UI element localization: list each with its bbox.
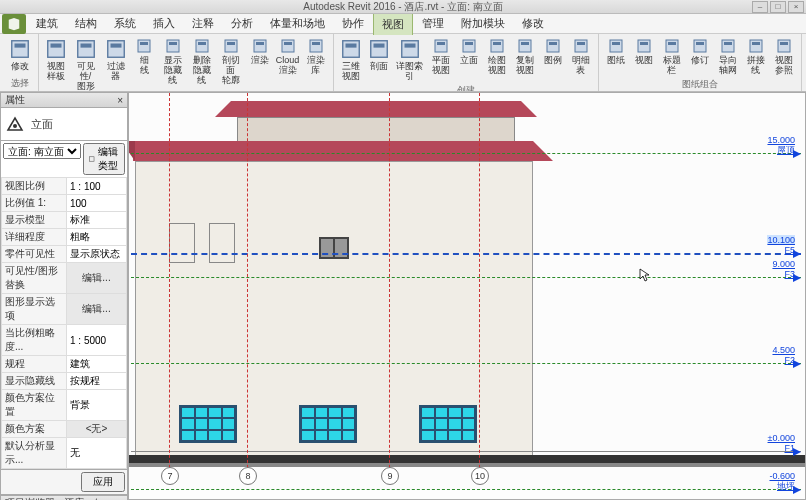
svg-rect-21: [312, 42, 320, 45]
apply-button[interactable]: 应用: [81, 472, 125, 492]
grid-bubble[interactable]: 9: [381, 467, 399, 485]
ribbon-btn[interactable]: 明细表: [568, 36, 594, 77]
ribbon-group-label: 选择: [6, 77, 34, 90]
max-button[interactable]: □: [770, 1, 786, 13]
properties-family[interactable]: 立面: [0, 108, 128, 141]
svg-rect-28: [435, 40, 447, 52]
property-input[interactable]: [70, 215, 123, 226]
grid-bubble[interactable]: 7: [161, 467, 179, 485]
ribbon-btn[interactable]: 修改: [6, 36, 34, 73]
menu-tab-2[interactable]: 系统: [106, 13, 144, 34]
min-button[interactable]: –: [752, 1, 768, 13]
svg-rect-37: [549, 42, 557, 45]
title-bar: Autodesk Revit 2016 - 酒店.rvt - 立面: 南立面 –…: [0, 0, 806, 14]
property-input[interactable]: [70, 400, 123, 411]
property-row[interactable]: 显示隐藏线: [2, 373, 127, 390]
svg-rect-40: [610, 40, 622, 52]
menu-tab-6[interactable]: 体量和场地: [262, 13, 333, 34]
ribbon-btn[interactable]: 视图参照: [771, 36, 797, 77]
menu-tab-7[interactable]: 协作: [334, 13, 372, 34]
grid-bubble[interactable]: 8: [239, 467, 257, 485]
grid-line[interactable]: 10: [479, 93, 480, 483]
property-input[interactable]: [70, 359, 123, 370]
property-row[interactable]: 默认分析显示...: [2, 438, 127, 469]
ribbon-btn[interactable]: Cloud渲染: [275, 36, 301, 77]
property-input[interactable]: [70, 198, 123, 209]
ribbon-btn[interactable]: 复制视图: [512, 36, 538, 77]
ribbon-icon: [488, 37, 506, 55]
app-menu-button[interactable]: [2, 14, 26, 34]
ribbon-btn[interactable]: 细线: [131, 36, 157, 77]
svg-rect-32: [491, 40, 503, 52]
ribbon-btn[interactable]: 视图: [631, 36, 657, 67]
ribbon-btn[interactable]: 显示隐藏线: [159, 36, 186, 87]
property-row[interactable]: 当比例粗略度...: [2, 325, 127, 356]
ribbon-btn[interactable]: 过滤器: [102, 36, 129, 83]
ribbon-btn[interactable]: 渲染库: [303, 36, 329, 77]
instance-selector[interactable]: 立面: 南立面: [3, 143, 81, 159]
property-input[interactable]: [70, 335, 123, 346]
properties-close-icon[interactable]: ×: [117, 95, 123, 106]
svg-rect-31: [465, 42, 473, 45]
svg-rect-14: [225, 40, 237, 52]
property-input[interactable]: [70, 376, 123, 387]
property-input[interactable]: [70, 181, 123, 192]
property-row[interactable]: 比例值 1:: [2, 195, 127, 212]
property-row[interactable]: 规程: [2, 356, 127, 373]
svg-rect-15: [227, 42, 235, 45]
property-row[interactable]: 详细程度: [2, 229, 127, 246]
property-row[interactable]: 可见性/图形替换编辑...: [2, 263, 127, 294]
ribbon-btn[interactable]: 修订: [687, 36, 713, 67]
ribbon-btn[interactable]: 剖面: [366, 36, 392, 73]
grid-line[interactable]: 9: [389, 93, 390, 483]
property-row[interactable]: 视图比例: [2, 178, 127, 195]
property-row[interactable]: 图形显示选项编辑...: [2, 294, 127, 325]
svg-rect-23: [345, 44, 356, 48]
svg-rect-38: [575, 40, 587, 52]
ribbon-btn[interactable]: 拼接线: [743, 36, 769, 77]
menu-tab-11[interactable]: 修改: [514, 13, 552, 34]
property-row[interactable]: 颜色方案<无>: [2, 421, 127, 438]
menu-tab-10[interactable]: 附加模块: [453, 13, 513, 34]
svg-rect-41: [612, 42, 620, 45]
property-input[interactable]: [70, 232, 123, 243]
ribbon-btn[interactable]: 绘图视图: [484, 36, 510, 77]
property-row[interactable]: 显示模型: [2, 212, 127, 229]
ribbon-btn[interactable]: 图例: [540, 36, 566, 67]
svg-rect-6: [108, 41, 125, 58]
grid-bubble[interactable]: 10: [471, 467, 489, 485]
ribbon-btn[interactable]: 立面: [456, 36, 482, 67]
property-row[interactable]: 零件可见性: [2, 246, 127, 263]
property-input[interactable]: [70, 448, 123, 459]
menu-tab-9[interactable]: 管理: [414, 13, 452, 34]
ribbon-btn[interactable]: 详图索引: [394, 36, 426, 83]
ribbon-btn[interactable]: 渲染: [247, 36, 273, 67]
menu-tab-0[interactable]: 建筑: [28, 13, 66, 34]
ribbon-btn[interactable]: 标题栏: [659, 36, 685, 77]
browser-title: 项目浏览器 - 酒店.rvt: [5, 496, 98, 500]
ribbon-btn[interactable]: 图纸: [603, 36, 629, 67]
ribbon-btn[interactable]: 三维视图: [338, 36, 364, 83]
grid-line[interactable]: 8: [247, 93, 248, 483]
ribbon-icon: [44, 37, 68, 61]
ribbon-btn[interactable]: 可见性/图形: [71, 36, 100, 92]
properties-header: 属性 ×: [0, 92, 128, 108]
menu-tab-8[interactable]: 视图: [373, 13, 413, 35]
grid-line[interactable]: 7: [169, 93, 170, 483]
edit-type-button[interactable]: 编辑类型: [83, 143, 125, 175]
property-row[interactable]: 颜色方案位置: [2, 390, 127, 421]
browser-header: 项目浏览器 - 酒店.rvt ×: [0, 495, 128, 500]
svg-rect-12: [196, 40, 208, 52]
menu-tab-5[interactable]: 分析: [223, 13, 261, 34]
ribbon-btn[interactable]: 删除隐藏线: [188, 36, 215, 87]
menu-tab-4[interactable]: 注释: [184, 13, 222, 34]
ribbon-btn[interactable]: 剖切面轮廓: [217, 36, 244, 87]
ribbon-btn[interactable]: 平面视图: [428, 36, 454, 77]
close-button[interactable]: ×: [788, 1, 804, 13]
drawing-canvas[interactable]: 15.000屋顶10.100F59.000F34.500F2±0.000F1-0…: [128, 92, 806, 500]
ribbon-btn[interactable]: 导向轴网: [715, 36, 741, 77]
property-input[interactable]: [70, 249, 123, 260]
menu-tab-1[interactable]: 结构: [67, 13, 105, 34]
ribbon-btn[interactable]: 视图样板: [43, 36, 69, 83]
menu-tab-3[interactable]: 插入: [145, 13, 183, 34]
